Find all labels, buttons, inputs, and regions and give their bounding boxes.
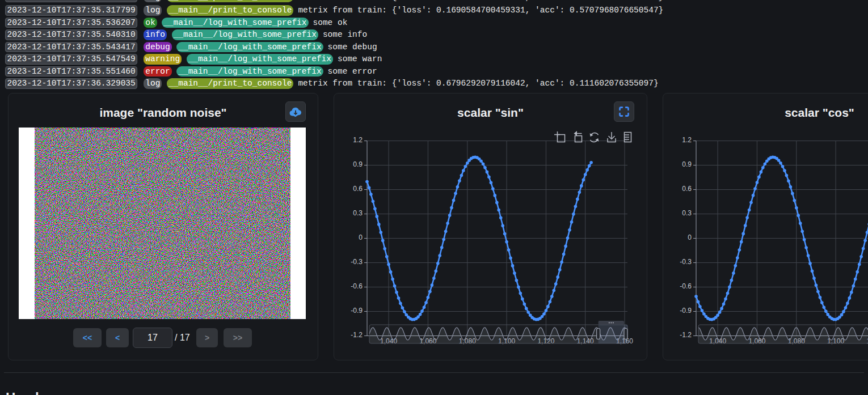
svg-text:0.3: 0.3 [353, 209, 363, 217]
svg-text:0.9: 0.9 [353, 160, 363, 168]
svg-text:-0.3: -0.3 [351, 258, 363, 266]
svg-text:0: 0 [688, 233, 692, 241]
svg-text:1.2: 1.2 [353, 136, 363, 144]
svg-text:-0.9: -0.9 [351, 307, 363, 315]
svg-text:0.9: 0.9 [682, 160, 692, 168]
svg-text:-0.3: -0.3 [680, 258, 692, 266]
svg-text:-0.9: -0.9 [680, 307, 692, 315]
svg-text:-1.2: -1.2 [680, 331, 692, 339]
svg-text:1.2: 1.2 [682, 136, 692, 144]
svg-text:0.6: 0.6 [353, 185, 363, 193]
svg-text:-0.6: -0.6 [351, 282, 363, 290]
svg-text:-0.6: -0.6 [680, 282, 692, 290]
svg-text:0.6: 0.6 [682, 185, 692, 193]
svg-text:0.3: 0.3 [682, 209, 692, 217]
svg-text:0: 0 [359, 233, 363, 241]
svg-text:-1.2: -1.2 [351, 331, 363, 339]
